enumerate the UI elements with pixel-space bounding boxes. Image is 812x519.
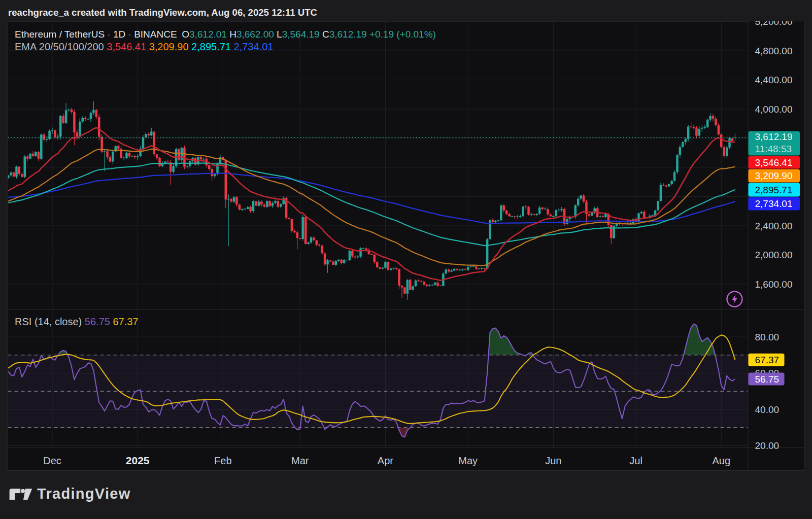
svg-text:3,546.41: 3,546.41	[755, 157, 793, 168]
svg-text:TradingView: TradingView	[37, 486, 131, 502]
svg-text:2,000.00: 2,000.00	[755, 250, 793, 260]
svg-text:2,895.71: 2,895.71	[755, 185, 793, 195]
svg-text:1,600.00: 1,600.00	[755, 279, 793, 290]
svg-text:2,400.00: 2,400.00	[755, 221, 793, 231]
svg-text:3,612.19: 3,612.19	[755, 131, 793, 142]
svg-text:40.00: 40.00	[755, 404, 780, 415]
svg-text:Mar: Mar	[291, 455, 309, 466]
svg-text:3,209.90: 3,209.90	[755, 170, 793, 181]
svg-text:Feb: Feb	[214, 455, 231, 466]
svg-text:reachgrace_a created with Trad: reachgrace_a created with TradingView.co…	[8, 7, 317, 18]
svg-text:EMA 20/50/100/200 3,546.41 3: EMA 20/50/100/200 3,546.41 3,209.90 2,89…	[15, 41, 273, 52]
svg-text:2025: 2025	[126, 455, 150, 466]
svg-text:4,800.00: 4,800.00	[755, 46, 793, 56]
svg-text:67.37: 67.37	[755, 355, 780, 365]
svg-text:56.75: 56.75	[755, 374, 780, 385]
svg-text:4,400.00: 4,400.00	[755, 75, 793, 85]
svg-text:Dec: Dec	[43, 455, 61, 466]
svg-text:11:48:53: 11:48:53	[755, 144, 792, 154]
svg-text:2,734.01: 2,734.01	[755, 198, 793, 209]
svg-text:RSI (14, close) 56.75 67.37: RSI (14, close) 56.75 67.37	[15, 316, 139, 327]
svg-text:Ethereum / TetherUS · 1D · BIN: Ethereum / TetherUS · 1D · BINANCE O3,61…	[15, 29, 436, 40]
svg-text:Jul: Jul	[629, 455, 642, 466]
svg-text:4,000.00: 4,000.00	[755, 104, 793, 115]
svg-text:20.00: 20.00	[755, 440, 780, 451]
svg-text:80.00: 80.00	[755, 332, 780, 342]
svg-text:Aug: Aug	[712, 455, 730, 466]
svg-text:Apr: Apr	[378, 455, 393, 466]
svg-text:Jun: Jun	[545, 455, 561, 466]
svg-text:May: May	[458, 455, 478, 466]
